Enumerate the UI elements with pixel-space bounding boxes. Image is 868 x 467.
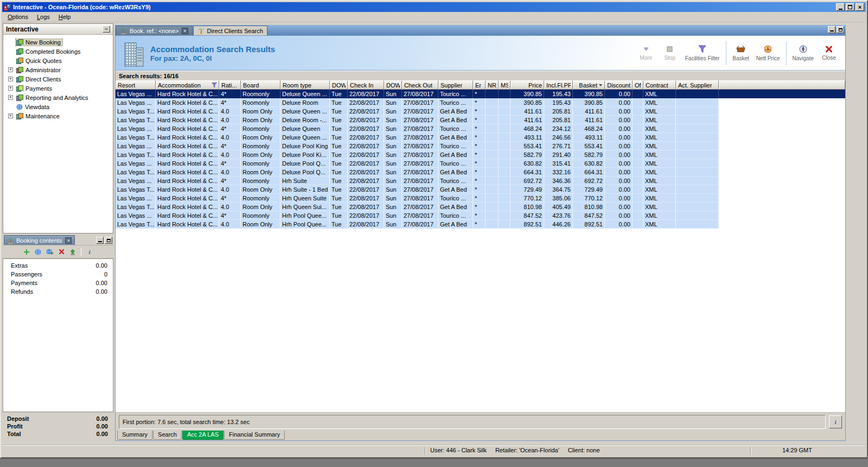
- column-header-price[interactable]: Price: [510, 80, 544, 90]
- booking-contents-tab[interactable]: Booking contents ×: [4, 235, 75, 245]
- column-header-check-in[interactable]: Check In: [348, 80, 384, 90]
- column-header-resort[interactable]: Resort: [116, 80, 156, 90]
- globe-arrow-button[interactable]: [46, 249, 54, 255]
- table-row[interactable]: Las Vegas ...Hard Rock Hotel & C...4*Roo…: [116, 90, 845, 98]
- column-header-ms[interactable]: MS: [499, 80, 510, 90]
- menu-item-options[interactable]: Options: [3, 12, 33, 21]
- close-booking-contents-icon[interactable]: ×: [65, 237, 72, 244]
- table-cell: 385.06: [544, 194, 573, 202]
- sort-icon[interactable]: [598, 83, 603, 87]
- column-header-room-type[interactable]: Room type: [280, 80, 330, 90]
- collapse-panel-button[interactable]: –: [103, 26, 110, 33]
- restore-panel-button[interactable]: [105, 237, 112, 244]
- table-cell: Tourico ...: [438, 176, 473, 185]
- column-header-dow[interactable]: DOW: [384, 80, 402, 90]
- globe-button[interactable]: [35, 249, 41, 255]
- close-tab-icon[interactable]: ×: [182, 28, 188, 34]
- delete-button[interactable]: [59, 249, 65, 255]
- close-window-button[interactable]: ×: [856, 3, 864, 11]
- table-row[interactable]: Las Vegas T...Hard Rock Hotel & C...4.0R…: [116, 133, 719, 142]
- column-header-check-out[interactable]: Check Out: [402, 80, 438, 90]
- table-row[interactable]: Las Vegas T...Hard Rock Hotel & C...4.0R…: [116, 168, 719, 176]
- column-header-board[interactable]: Board: [241, 80, 280, 90]
- bottom-tab-summary[interactable]: Summary: [117, 431, 152, 440]
- table-row[interactable]: Las Vegas T...Hard Rock Hotel & C...4.0R…: [116, 107, 719, 116]
- table-row[interactable]: Las Vegas ...Hard Rock Hotel & C...4*Roo…: [116, 194, 719, 203]
- column-header-discount[interactable]: Discount: [605, 80, 633, 90]
- table-row[interactable]: Las Vegas ...Hard Rock Hotel & C...4*Roo…: [116, 98, 719, 107]
- sidebar-item-completed-bookings[interactable]: Completed Bookings: [4, 47, 112, 56]
- table-cell: Sun: [384, 159, 402, 167]
- table-row[interactable]: Las Vegas T...Hard Rock Hotel & C...4.0R…: [116, 203, 719, 211]
- sidebar-item-maintenance[interactable]: +Maintenance: [4, 111, 112, 121]
- stop-icon: [666, 46, 673, 53]
- sidebar-item-payments[interactable]: +Payments: [4, 84, 112, 93]
- expand-icon[interactable]: +: [8, 113, 13, 118]
- table-row[interactable]: Las Vegas ...Hard Rock Hotel & C...4*Roo…: [116, 159, 719, 168]
- expand-icon[interactable]: +: [8, 67, 13, 72]
- sidebar-item-reporting-and-analytics[interactable]: +Reporting and Analytics: [4, 93, 112, 102]
- nett-price-button[interactable]: $Nett Price: [753, 39, 783, 67]
- tab-direct-clients-search[interactable]: Direct Clients Search: [193, 26, 267, 35]
- column-header-act-supplier[interactable]: Act. Supplier: [676, 80, 719, 90]
- table-cell: 390.85: [510, 90, 544, 98]
- menu-item-logs[interactable]: Logs: [33, 12, 54, 21]
- info-button[interactable]: i: [86, 249, 93, 255]
- expand-icon[interactable]: +: [8, 77, 13, 81]
- minimize-panel-button[interactable]: [96, 237, 104, 244]
- bottom-tab-search[interactable]: Search: [153, 431, 182, 440]
- table-cell: [486, 220, 499, 228]
- close-button[interactable]: Close: [817, 39, 841, 67]
- column-header-of[interactable]: Of: [633, 80, 643, 90]
- column-header-er[interactable]: Er: [473, 80, 486, 90]
- table-cell: Las Vegas T...: [116, 168, 156, 176]
- table-cell: [486, 168, 499, 176]
- table-row[interactable]: Las Vegas ...Hard Rock Hotel & C...4*Roo…: [116, 176, 719, 185]
- table-row[interactable]: Las Vegas T...Hard Rock Hotel & C...4.0R…: [116, 116, 719, 124]
- sidebar-item-administrator[interactable]: +Administrator: [4, 65, 112, 74]
- table-row[interactable]: Las Vegas ...Hard Rock Hotel & C...4*Roo…: [116, 211, 719, 220]
- bottom-tab-acc-2a-las[interactable]: Acc 2A LAS: [182, 431, 224, 440]
- expand-icon[interactable]: +: [8, 86, 13, 91]
- maximize-button[interactable]: [846, 3, 854, 11]
- table-row[interactable]: Las Vegas T...Hard Rock Hotel & C...4.0R…: [116, 220, 719, 229]
- restore-document-button[interactable]: [837, 26, 844, 33]
- sidebar-item-new-booking[interactable]: New Booking: [4, 37, 112, 47]
- sidebar-item-viewdata[interactable]: Viewdata: [4, 102, 112, 111]
- add-button[interactable]: [23, 249, 30, 255]
- table-cell: Las Vegas ...: [116, 159, 156, 167]
- table-cell: [499, 220, 510, 228]
- bottom-tab-financial-summary[interactable]: Financial Summary: [224, 431, 285, 440]
- table-row[interactable]: Las Vegas T...Hard Rock Hotel & C...4.0R…: [116, 185, 719, 194]
- info-button[interactable]: i: [829, 415, 842, 428]
- table-row[interactable]: Las Vegas T...Hard Rock Hotel & C...4.0R…: [116, 150, 719, 159]
- column-header-dow[interactable]: DOW: [330, 80, 348, 90]
- basket-button[interactable]: Basket: [729, 39, 753, 67]
- sidebar-item-direct-clients[interactable]: +Direct Clients: [4, 74, 112, 84]
- column-header-rati[interactable]: Rati...: [219, 80, 241, 90]
- booking-contents-row[interactable]: Refunds0.00: [3, 287, 113, 296]
- booking-contents-row[interactable]: Payments0.00: [3, 279, 113, 287]
- column-header-basket[interactable]: Basket: [573, 80, 605, 90]
- upload-button[interactable]: [69, 249, 76, 255]
- app-icon: [4, 4, 11, 11]
- table-row[interactable]: Las Vegas ...Hard Rock Hotel & C...4*Roo…: [116, 124, 719, 133]
- booking-contents-row[interactable]: Passengers0: [3, 270, 113, 279]
- column-header-accommodation[interactable]: Accommodation: [156, 80, 219, 90]
- expand-icon[interactable]: +: [8, 95, 13, 100]
- table-cell: 0.00: [605, 203, 633, 211]
- booking-contents-row[interactable]: Extras0.00: [3, 261, 113, 270]
- facilities-filter-button[interactable]: Facilities Filter: [682, 39, 723, 67]
- column-header-incl-fl-pp[interactable]: Incl.Fl.PP: [544, 80, 573, 90]
- filter-small-icon[interactable]: [212, 83, 217, 88]
- column-header-nr[interactable]: NR: [486, 80, 499, 90]
- column-header-supplier[interactable]: Supplier: [438, 80, 473, 90]
- minimize-button[interactable]: [836, 3, 845, 11]
- column-header-contract[interactable]: Contract: [643, 80, 676, 90]
- minimize-document-button[interactable]: [828, 26, 835, 33]
- tab-book-ref-none[interactable]: Book. ref.: <none>×: [116, 26, 193, 35]
- menu-item-help[interactable]: Help: [54, 12, 75, 21]
- sidebar-item-quick-quotes[interactable]: Quick Quotes: [4, 56, 112, 65]
- table-row[interactable]: Las Vegas ...Hard Rock Hotel & C...4*Roo…: [116, 142, 719, 150]
- navigate-button[interactable]: Navigate: [789, 39, 817, 67]
